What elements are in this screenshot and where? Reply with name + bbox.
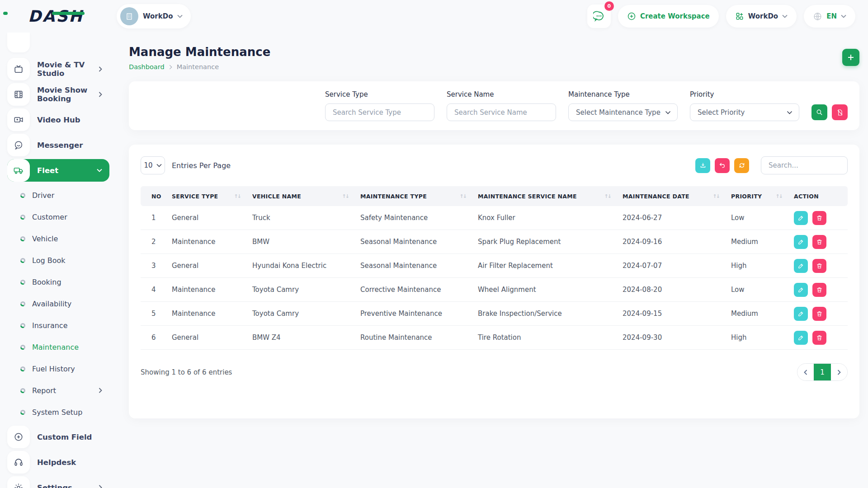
cell-maintenance-service-name: Tire Rotation (478, 333, 623, 342)
trash-icon (816, 310, 823, 317)
next-page-button[interactable] (831, 364, 847, 380)
bullet-icon (20, 301, 25, 306)
sidebar-subitem-report[interactable]: Report (7, 380, 109, 401)
sidebar-subitem-log-book[interactable]: Log Book (7, 249, 109, 271)
table-search-input[interactable] (761, 156, 848, 174)
delete-button[interactable] (812, 331, 826, 345)
bullet-icon (20, 280, 25, 285)
maintenance-type-select[interactable]: Select Maintenance Type (568, 103, 678, 121)
pencil-icon (797, 263, 804, 269)
sidebar-item-video-hub[interactable]: Video Hub (7, 108, 109, 131)
messages-button[interactable]: 0 (587, 5, 611, 28)
sidebar-subitem-driver[interactable]: Driver (7, 184, 109, 206)
cell-maintenance-type: Seasonal Maintenance (360, 238, 478, 246)
cell-actions (794, 211, 848, 225)
trash-icon (816, 334, 823, 341)
edit-button[interactable] (794, 331, 808, 345)
chevron-right-icon (837, 370, 841, 375)
trash-icon (816, 286, 823, 293)
pencil-icon (797, 215, 804, 221)
workdo-menu-label: WorkDo (748, 12, 778, 20)
delete-button[interactable] (812, 283, 826, 297)
apply-filter-button[interactable] (811, 104, 827, 120)
delete-button[interactable] (812, 307, 826, 321)
column-header-service-type[interactable]: SERVICE TYPE↑↓ (172, 193, 252, 200)
search-icon (816, 108, 823, 116)
sidebar-item-settings[interactable]: Settings (7, 476, 109, 488)
edit-button[interactable] (794, 283, 808, 297)
logo-green-dot (3, 12, 8, 15)
service-name-input[interactable] (447, 103, 556, 121)
table-row: 1 General Truck Safety Maintenance Knox … (141, 206, 848, 230)
sort-icon[interactable]: ↑↓ (460, 193, 478, 199)
pencil-icon (797, 239, 804, 245)
table-row: 2 Maintenance BMW Seasonal Maintenance S… (141, 230, 848, 254)
page-header: Manage Maintenance Dashboard Maintenance (129, 45, 859, 70)
sidebar-item-messenger[interactable]: Messenger (7, 134, 109, 156)
entries-per-page-select[interactable]: 10 (141, 156, 165, 174)
sidebar-subitem-insurance[interactable]: Insurance (7, 314, 109, 336)
delete-button[interactable] (812, 259, 826, 273)
edit-button[interactable] (794, 307, 808, 321)
sidebar-item-custom-field[interactable]: Custom Field (7, 426, 109, 448)
delete-button[interactable] (812, 211, 826, 225)
refresh-button[interactable] (734, 158, 749, 173)
service-type-input[interactable] (325, 103, 434, 121)
edit-button[interactable] (794, 259, 808, 273)
export-button[interactable] (695, 158, 710, 173)
edit-button[interactable] (794, 211, 808, 225)
prev-page-button[interactable] (797, 364, 814, 380)
add-maintenance-button[interactable] (842, 49, 859, 66)
column-header-priority[interactable]: PRIORITY↑↓ (731, 193, 794, 200)
sidebar-item-label: Settings (37, 483, 72, 488)
chevron-down-icon (177, 14, 183, 18)
sidebar-subitem-vehicle[interactable]: Vehicle (7, 228, 109, 249)
undo-button[interactable] (715, 158, 730, 173)
workspace-selector[interactable]: WorkDo (117, 4, 191, 28)
sidebar-item-helpdesk[interactable]: Helpdesk (7, 451, 109, 474)
sidebar-item-fleet[interactable]: Fleet (7, 159, 109, 182)
column-header-vehicle-name[interactable]: VEHICLE NAME↑↓ (252, 193, 360, 200)
create-workspace-button[interactable]: Create Workspace (618, 5, 719, 28)
column-header-maintenance-service-name[interactable]: MAINTENANCE SERVICE NAME↑↓ (478, 193, 623, 200)
delete-button[interactable] (812, 235, 826, 249)
chevron-down-icon (841, 14, 846, 18)
table-footer: Showing 1 to 6 of 6 entries 1 (141, 363, 848, 381)
sidebar-item-movie-show-booking[interactable]: Movie Show Booking (7, 83, 109, 106)
sidebar-subitem-maintenance[interactable]: Maintenance (7, 336, 109, 358)
cell-maintenance-date: 2024-06-27 (623, 214, 731, 222)
cell-maintenance-date: 2024-09-30 (623, 333, 731, 342)
trash-icon (816, 239, 823, 245)
sidebar-subitem-availability[interactable]: Availability (7, 293, 109, 314)
sort-icon[interactable]: ↑↓ (604, 193, 623, 199)
sort-icon[interactable]: ↑↓ (342, 193, 360, 199)
filter-label: Service Name (447, 90, 556, 99)
language-selector[interactable]: EN (804, 5, 855, 28)
priority-select[interactable]: Select Priority (690, 103, 799, 121)
filter-label: Maintenance Type (568, 90, 678, 99)
chevron-right-icon (99, 388, 102, 393)
truck-icon (14, 165, 24, 175)
sidebar-subitem-system-setup[interactable]: System Setup (7, 401, 109, 423)
sidebar-item-movie-tv-studio[interactable]: Movie & TV Studio (7, 58, 109, 80)
cell-vehicle-name: BMW Z4 (252, 333, 360, 342)
clear-filter-button[interactable] (832, 104, 848, 120)
sidebar-subitem-fuel-history[interactable]: Fuel History (7, 358, 109, 380)
page-number-current[interactable]: 1 (814, 364, 831, 380)
sort-icon[interactable]: ↑↓ (713, 193, 731, 199)
workdo-apps-menu[interactable]: WorkDo (726, 5, 797, 28)
breadcrumb: Dashboard Maintenance (129, 63, 270, 70)
fleet-submenu: Driver Customer Vehicle Log Book Booking… (7, 184, 117, 423)
column-header-maintenance-date[interactable]: MAINTENANCE DATE↑↓ (623, 193, 731, 200)
sort-icon[interactable]: ↑↓ (234, 193, 252, 199)
pencil-icon (797, 286, 804, 293)
column-header-maintenance-type[interactable]: MAINTENANCE TYPE↑↓ (360, 193, 478, 200)
sidebar-subitem-customer[interactable]: Customer (7, 206, 109, 228)
breadcrumb-dashboard-link[interactable]: Dashboard (129, 63, 165, 70)
brand-logo[interactable]: DASH (0, 7, 117, 25)
sidebar-subitem-booking[interactable]: Booking (7, 271, 109, 293)
edit-button[interactable] (794, 235, 808, 249)
table-controls: 10 Entries Per Page (141, 156, 848, 174)
entries-per-page-label: Entries Per Page (172, 161, 231, 170)
sort-icon[interactable]: ↑↓ (776, 193, 794, 199)
